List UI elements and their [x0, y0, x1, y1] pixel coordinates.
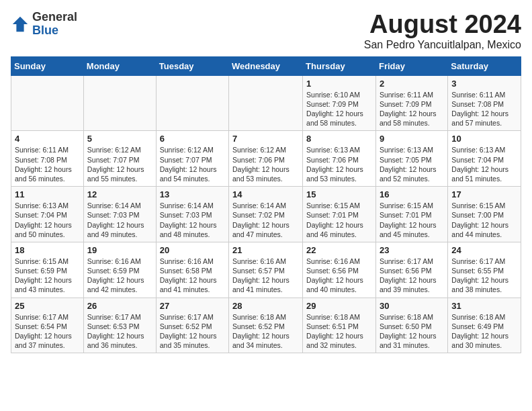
calendar-cell: 11Sunrise: 6:13 AM Sunset: 7:04 PM Dayli… — [11, 187, 84, 242]
page-header: General Blue August 2024 San Pedro Yancu… — [11, 11, 521, 51]
calendar-cell: 17Sunrise: 6:15 AM Sunset: 7:00 PM Dayli… — [448, 187, 521, 242]
weekday-header-tuesday: Tuesday — [156, 56, 228, 75]
calendar-cell: 30Sunrise: 6:18 AM Sunset: 6:50 PM Dayli… — [375, 298, 447, 353]
day-number: 5 — [87, 134, 152, 144]
day-number: 18 — [15, 245, 80, 255]
day-number: 1 — [306, 79, 372, 89]
day-info: Sunrise: 6:13 AM Sunset: 7:06 PM Dayligh… — [306, 145, 372, 183]
day-info: Sunrise: 6:17 AM Sunset: 6:55 PM Dayligh… — [451, 257, 517, 295]
calendar-cell: 18Sunrise: 6:15 AM Sunset: 6:59 PM Dayli… — [11, 242, 84, 298]
calendar-cell — [83, 75, 156, 131]
day-number: 31 — [451, 301, 517, 311]
calendar-cell: 22Sunrise: 6:16 AM Sunset: 6:56 PM Dayli… — [303, 242, 376, 298]
day-info: Sunrise: 6:14 AM Sunset: 7:03 PM Dayligh… — [87, 201, 152, 239]
day-number: 19 — [87, 245, 152, 255]
calendar-cell: 24Sunrise: 6:17 AM Sunset: 6:55 PM Dayli… — [448, 242, 521, 298]
day-number: 23 — [380, 245, 444, 255]
day-number: 17 — [451, 189, 517, 199]
calendar-cell: 20Sunrise: 6:16 AM Sunset: 6:58 PM Dayli… — [156, 242, 228, 298]
day-info: Sunrise: 6:16 AM Sunset: 6:57 PM Dayligh… — [232, 257, 299, 295]
day-info: Sunrise: 6:11 AM Sunset: 7:08 PM Dayligh… — [451, 90, 517, 128]
calendar-cell: 13Sunrise: 6:14 AM Sunset: 7:03 PM Dayli… — [156, 187, 228, 242]
calendar-title: August 2024 — [364, 11, 521, 39]
day-number: 29 — [306, 301, 372, 311]
title-block: August 2024 San Pedro Yancuitlalpan, Mex… — [364, 11, 521, 51]
calendar-cell: 8Sunrise: 6:13 AM Sunset: 7:06 PM Daylig… — [303, 131, 376, 187]
day-number: 22 — [306, 245, 372, 255]
calendar-cell: 5Sunrise: 6:12 AM Sunset: 7:07 PM Daylig… — [83, 131, 156, 187]
calendar-cell: 10Sunrise: 6:13 AM Sunset: 7:04 PM Dayli… — [448, 131, 521, 187]
day-number: 14 — [232, 189, 299, 199]
day-info: Sunrise: 6:16 AM Sunset: 6:59 PM Dayligh… — [87, 257, 152, 295]
day-info: Sunrise: 6:12 AM Sunset: 7:07 PM Dayligh… — [87, 145, 152, 183]
day-info: Sunrise: 6:16 AM Sunset: 6:58 PM Dayligh… — [160, 257, 225, 295]
day-info: Sunrise: 6:18 AM Sunset: 6:49 PM Dayligh… — [451, 312, 517, 351]
calendar-cell: 6Sunrise: 6:12 AM Sunset: 7:07 PM Daylig… — [156, 131, 228, 187]
calendar-cell: 2Sunrise: 6:11 AM Sunset: 7:09 PM Daylig… — [375, 75, 447, 131]
calendar-cell: 15Sunrise: 6:15 AM Sunset: 7:01 PM Dayli… — [303, 187, 376, 242]
logo-general-text: General — [32, 10, 77, 24]
weekday-header-friday: Friday — [375, 56, 447, 75]
day-info: Sunrise: 6:14 AM Sunset: 7:02 PM Dayligh… — [232, 201, 299, 239]
day-number: 10 — [451, 134, 517, 144]
day-info: Sunrise: 6:17 AM Sunset: 6:56 PM Dayligh… — [380, 257, 444, 295]
day-number: 20 — [160, 245, 225, 255]
logo-icon — [11, 15, 30, 34]
calendar-cell: 4Sunrise: 6:11 AM Sunset: 7:08 PM Daylig… — [11, 131, 84, 187]
day-number: 12 — [87, 189, 152, 199]
day-number: 27 — [160, 301, 225, 311]
calendar-cell: 28Sunrise: 6:18 AM Sunset: 6:52 PM Dayli… — [229, 298, 303, 353]
day-info: Sunrise: 6:13 AM Sunset: 7:05 PM Dayligh… — [380, 145, 444, 183]
day-number: 16 — [380, 189, 444, 199]
day-number: 4 — [15, 134, 80, 144]
day-number: 30 — [380, 301, 444, 311]
day-info: Sunrise: 6:15 AM Sunset: 7:01 PM Dayligh… — [380, 201, 444, 239]
calendar-cell: 7Sunrise: 6:12 AM Sunset: 7:06 PM Daylig… — [229, 131, 303, 187]
day-info: Sunrise: 6:17 AM Sunset: 6:54 PM Dayligh… — [15, 312, 80, 351]
calendar-cell: 14Sunrise: 6:14 AM Sunset: 7:02 PM Dayli… — [229, 187, 303, 242]
day-number: 28 — [232, 301, 299, 311]
svg-marker-0 — [13, 17, 28, 32]
calendar-cell — [156, 75, 228, 131]
day-number: 15 — [306, 189, 372, 199]
day-info: Sunrise: 6:14 AM Sunset: 7:03 PM Dayligh… — [160, 201, 225, 239]
day-info: Sunrise: 6:16 AM Sunset: 6:56 PM Dayligh… — [306, 257, 372, 295]
calendar-cell: 19Sunrise: 6:16 AM Sunset: 6:59 PM Dayli… — [83, 242, 156, 298]
calendar-cell: 29Sunrise: 6:18 AM Sunset: 6:51 PM Dayli… — [303, 298, 376, 353]
day-number: 9 — [380, 134, 444, 144]
calendar-week-4: 18Sunrise: 6:15 AM Sunset: 6:59 PM Dayli… — [11, 242, 521, 298]
day-number: 24 — [451, 245, 517, 255]
calendar-cell: 31Sunrise: 6:18 AM Sunset: 6:49 PM Dayli… — [448, 298, 521, 353]
calendar-table: SundayMondayTuesdayWednesdayThursdayFrid… — [11, 56, 521, 353]
day-info: Sunrise: 6:17 AM Sunset: 6:53 PM Dayligh… — [87, 312, 152, 351]
day-number: 26 — [87, 301, 152, 311]
day-number: 21 — [232, 245, 299, 255]
calendar-cell: 25Sunrise: 6:17 AM Sunset: 6:54 PM Dayli… — [11, 298, 84, 353]
calendar-week-2: 4Sunrise: 6:11 AM Sunset: 7:08 PM Daylig… — [11, 131, 521, 187]
calendar-cell: 21Sunrise: 6:16 AM Sunset: 6:57 PM Dayli… — [229, 242, 303, 298]
day-info: Sunrise: 6:12 AM Sunset: 7:07 PM Dayligh… — [160, 145, 225, 183]
day-info: Sunrise: 6:12 AM Sunset: 7:06 PM Dayligh… — [232, 145, 299, 183]
calendar-week-1: 1Sunrise: 6:10 AM Sunset: 7:09 PM Daylig… — [11, 75, 521, 131]
logo-blue-text: Blue — [32, 24, 58, 37]
day-info: Sunrise: 6:15 AM Sunset: 7:00 PM Dayligh… — [451, 201, 517, 239]
calendar-week-3: 11Sunrise: 6:13 AM Sunset: 7:04 PM Dayli… — [11, 187, 521, 242]
day-number: 2 — [380, 79, 444, 89]
weekday-header-sunday: Sunday — [11, 56, 84, 75]
day-info: Sunrise: 6:17 AM Sunset: 6:52 PM Dayligh… — [160, 312, 225, 351]
calendar-week-5: 25Sunrise: 6:17 AM Sunset: 6:54 PM Dayli… — [11, 298, 521, 353]
day-info: Sunrise: 6:11 AM Sunset: 7:09 PM Dayligh… — [380, 90, 444, 128]
day-info: Sunrise: 6:13 AM Sunset: 7:04 PM Dayligh… — [451, 145, 517, 183]
day-number: 7 — [232, 134, 299, 144]
weekday-header-wednesday: Wednesday — [229, 56, 303, 75]
weekday-header-saturday: Saturday — [448, 56, 521, 75]
calendar-subtitle: San Pedro Yancuitlalpan, Mexico — [364, 39, 521, 51]
day-info: Sunrise: 6:10 AM Sunset: 7:09 PM Dayligh… — [306, 90, 372, 128]
day-info: Sunrise: 6:18 AM Sunset: 6:52 PM Dayligh… — [232, 312, 299, 351]
weekday-header-row: SundayMondayTuesdayWednesdayThursdayFrid… — [11, 56, 521, 75]
calendar-cell: 23Sunrise: 6:17 AM Sunset: 6:56 PM Dayli… — [375, 242, 447, 298]
day-info: Sunrise: 6:11 AM Sunset: 7:08 PM Dayligh… — [15, 145, 80, 183]
day-number: 8 — [306, 134, 372, 144]
day-number: 13 — [160, 189, 225, 199]
day-number: 11 — [15, 189, 80, 199]
